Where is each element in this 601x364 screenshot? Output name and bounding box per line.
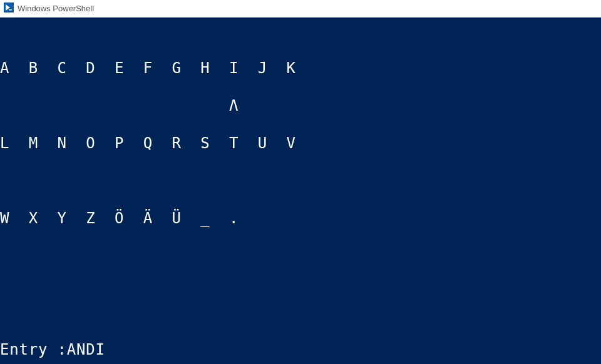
alpha-row-1: A B C D E F G H I J K <box>0 59 601 78</box>
alpha-row-2: L M N O P Q R S T U V <box>0 134 601 153</box>
titlebar[interactable]: Windows PowerShell <box>0 0 601 18</box>
entry-line: Entry :ANDI <box>0 340 601 359</box>
entry-value: ANDI <box>67 341 105 358</box>
alpha-row-3: W X Y Z Ö Ä Ü _ . <box>0 209 601 228</box>
terminal-output[interactable]: A B C D E F G H I J K Λ L M N O P Q R S … <box>0 18 601 364</box>
window-title: Windows PowerShell <box>18 4 94 13</box>
alpha-caret-row: Λ <box>0 96 601 115</box>
blank-line <box>0 265 601 284</box>
entry-label: Entry : <box>0 341 67 358</box>
alpha-blank-1 <box>0 171 601 190</box>
blank-line <box>0 303 601 321</box>
svg-rect-2 <box>9 9 12 11</box>
powershell-icon <box>4 3 18 15</box>
alphabet-grid: A B C D E F G H I J K Λ L M N O P Q R S … <box>0 40 601 246</box>
